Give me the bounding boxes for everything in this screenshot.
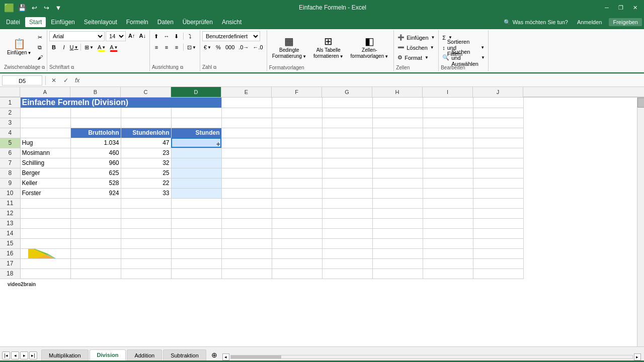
align-center-button[interactable]: ≡ bbox=[162, 43, 171, 52]
search-box[interactable]: 🔍 Was möchten Sie tun? bbox=[504, 19, 568, 26]
cell-J6[interactable] bbox=[473, 148, 523, 158]
vertical-scrollbar[interactable] bbox=[637, 98, 644, 346]
menu-item-ansicht[interactable]: Ansicht bbox=[218, 17, 246, 27]
fill-color-button[interactable]: A ▼ bbox=[96, 43, 107, 52]
cell-A8[interactable]: Berger bbox=[20, 168, 70, 178]
col-header-D[interactable]: D bbox=[171, 87, 221, 97]
percent-button[interactable]: % bbox=[214, 43, 223, 52]
cell-E6[interactable] bbox=[221, 148, 272, 158]
cell-D10[interactable] bbox=[171, 188, 221, 198]
customize-qat-button[interactable]: ▼ bbox=[53, 3, 63, 13]
sheet-tab-addition[interactable]: Addition bbox=[127, 349, 162, 360]
insert-cells-button[interactable]: ➕ Einfügen ▼ bbox=[396, 33, 436, 42]
row-header-5[interactable]: 5 bbox=[0, 138, 20, 148]
col-header-C[interactable]: C bbox=[121, 87, 171, 97]
cell-D4[interactable]: Stunden bbox=[171, 128, 221, 138]
cell-H9[interactable] bbox=[372, 178, 423, 188]
cell-H7[interactable] bbox=[372, 158, 423, 168]
share-button[interactable]: Freigeben bbox=[609, 18, 642, 26]
menu-item-ueberpruefen[interactable]: Überprüfen bbox=[179, 17, 217, 27]
format-cells-button[interactable]: ⚙ Format ▼ bbox=[396, 53, 436, 62]
sheet-nav-next[interactable]: ▸ bbox=[20, 351, 28, 359]
cell-C2[interactable] bbox=[121, 108, 171, 118]
cell-F5[interactable] bbox=[272, 138, 322, 148]
cell-E3[interactable] bbox=[221, 118, 272, 128]
cell-I8[interactable] bbox=[423, 168, 473, 178]
minimize-button[interactable]: ─ bbox=[602, 3, 612, 13]
cell-E9[interactable] bbox=[221, 178, 272, 188]
italic-button[interactable]: I bbox=[59, 43, 68, 52]
cell-J9[interactable] bbox=[473, 178, 523, 188]
align-right-button[interactable]: ≡ bbox=[172, 43, 181, 52]
row-header-14[interactable]: 14 bbox=[0, 228, 20, 238]
cell-A6[interactable]: Mosimann bbox=[20, 148, 70, 158]
fill-handle[interactable]: ✛ bbox=[216, 142, 220, 147]
cell-E5[interactable] bbox=[221, 138, 272, 148]
cell-C10[interactable]: 33 bbox=[121, 188, 171, 198]
menu-item-seitenlayout[interactable]: Seitenlayout bbox=[80, 17, 121, 27]
currency-button[interactable]: €▼ bbox=[202, 43, 213, 52]
cell-J5[interactable] bbox=[473, 138, 523, 148]
h-scroll-right[interactable]: ▸ bbox=[634, 353, 641, 360]
cell-E4[interactable] bbox=[221, 128, 272, 138]
cell-F4[interactable] bbox=[272, 128, 322, 138]
copy-button[interactable]: ⧉ bbox=[35, 43, 44, 52]
row-header-4[interactable]: 4 bbox=[0, 128, 20, 138]
delete-cells-button[interactable]: ➖ Löschen ▼ bbox=[396, 43, 436, 52]
format-as-table-button[interactable]: ⊞ Als Tabelleformatieren▼ bbox=[310, 34, 347, 62]
cell-F3[interactable] bbox=[272, 118, 322, 128]
cell-D6[interactable] bbox=[171, 148, 221, 158]
menu-item-einfuegen[interactable]: Einfügen bbox=[47, 17, 78, 27]
cell-D5[interactable]: ✛ bbox=[171, 138, 221, 148]
redo-button[interactable]: ↪ bbox=[41, 3, 51, 13]
format-painter-button[interactable]: 🖌 bbox=[35, 53, 44, 62]
border-button[interactable]: ⊞▼ bbox=[83, 43, 95, 52]
cell-D2[interactable] bbox=[171, 108, 221, 118]
cell-C8[interactable]: 25 bbox=[121, 168, 171, 178]
row-header-3[interactable]: 3 bbox=[0, 118, 20, 128]
sheet-tab-division[interactable]: Division bbox=[90, 349, 126, 360]
h-scrollbar[interactable] bbox=[230, 355, 633, 359]
wrap-text-button[interactable]: ⤵ bbox=[186, 32, 195, 41]
row-header-12[interactable]: 12 bbox=[0, 208, 20, 218]
cell-B4[interactable]: Bruttolohn bbox=[70, 128, 121, 138]
cell-D3[interactable] bbox=[171, 118, 221, 128]
col-header-G[interactable]: G bbox=[322, 87, 372, 97]
cell-B3[interactable] bbox=[70, 118, 121, 128]
cell-D9[interactable] bbox=[171, 178, 221, 188]
cell-F8[interactable] bbox=[272, 168, 322, 178]
restore-button[interactable]: ❐ bbox=[616, 3, 626, 13]
col-header-J[interactable]: J bbox=[473, 87, 523, 97]
cell-F9[interactable] bbox=[272, 178, 322, 188]
cell-G7[interactable] bbox=[322, 158, 372, 168]
cell-H2[interactable] bbox=[372, 108, 423, 118]
cell-D8[interactable] bbox=[171, 168, 221, 178]
cell-styles-button[interactable]: ◧ Zellen-formatvorlagen▼ bbox=[348, 34, 392, 62]
cell-I4[interactable] bbox=[423, 128, 473, 138]
cell-I1[interactable] bbox=[423, 98, 473, 108]
cell-A7[interactable]: Schilling bbox=[20, 158, 70, 168]
row-header-9[interactable]: 9 bbox=[0, 178, 20, 188]
h-scroll-left[interactable]: ◂ bbox=[222, 353, 229, 360]
cell-I9[interactable] bbox=[423, 178, 473, 188]
cell-E7[interactable] bbox=[221, 158, 272, 168]
cell-H4[interactable] bbox=[372, 128, 423, 138]
cell-A5[interactable]: Hug bbox=[20, 138, 70, 148]
row-header-17[interactable]: 17 bbox=[0, 258, 20, 268]
cell-H5[interactable] bbox=[372, 138, 423, 148]
row-header-7[interactable]: 7 bbox=[0, 158, 20, 168]
cell-F6[interactable] bbox=[272, 148, 322, 158]
decrease-decimal-button[interactable]: ←.0 bbox=[251, 43, 264, 52]
sheet-nav-first[interactable]: |◂ bbox=[2, 351, 10, 359]
cell-H6[interactable] bbox=[372, 148, 423, 158]
cell-A9[interactable]: Keller bbox=[20, 178, 70, 188]
font-size-select[interactable]: 14 bbox=[106, 31, 126, 41]
row-header-15[interactable]: 15 bbox=[0, 238, 20, 248]
increase-font-button[interactable]: A↑ bbox=[127, 31, 136, 40]
cell-G4[interactable] bbox=[322, 128, 372, 138]
cell-F2[interactable] bbox=[272, 108, 322, 118]
cancel-formula-button[interactable]: ✕ bbox=[49, 75, 59, 85]
sheet-tab-multiplikation[interactable]: Multiplikation bbox=[41, 349, 89, 360]
cell-I5[interactable] bbox=[423, 138, 473, 148]
cell-A3[interactable] bbox=[20, 118, 70, 128]
